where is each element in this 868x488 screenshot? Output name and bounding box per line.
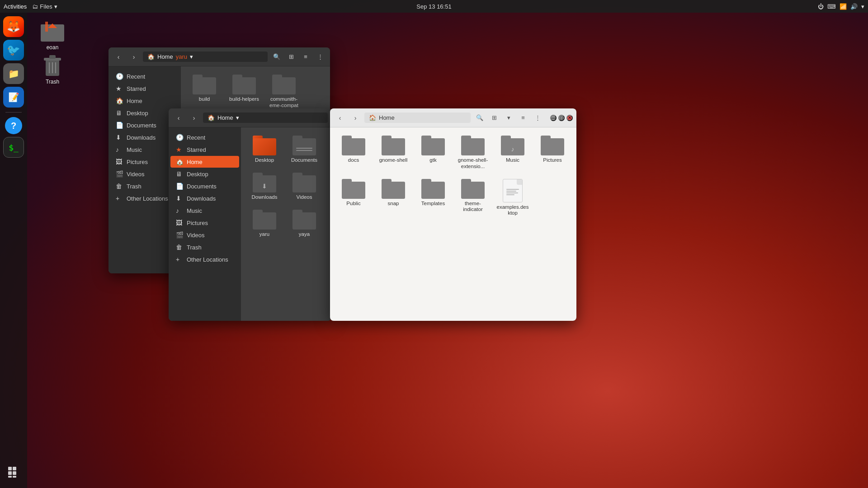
- folder-videos-2[interactable]: Videos: [286, 170, 322, 203]
- fm2-location-bar[interactable]: 🏠 Home ▾: [203, 113, 328, 123]
- fm1-search-button[interactable]: 🔍: [270, 51, 283, 63]
- folder-build[interactable]: build: [186, 72, 222, 112]
- folder-documents-2[interactable]: Documents: [286, 133, 322, 166]
- folder-yaru-label-2: yaru: [259, 231, 269, 238]
- fm1-location-text: Home: [157, 53, 173, 60]
- fm2-back-button[interactable]: ‹: [172, 112, 185, 124]
- fm2-sidebar-other[interactable]: + Other Locations: [170, 253, 239, 265]
- other-icon2: +: [176, 256, 183, 263]
- folder-yaya-icon-2: [292, 210, 316, 230]
- fm2-sidebar-trash[interactable]: 🗑 Trash: [170, 241, 239, 253]
- fm1-view-grid-button[interactable]: ⊞: [285, 51, 297, 63]
- fm2-sidebar-desktop[interactable]: 🖥 Desktop: [170, 168, 239, 180]
- fm1-sidebar-recent[interactable]: 🕐 Recent: [110, 70, 179, 82]
- folder-documents-icon-2: [292, 136, 316, 155]
- volume-icon[interactable]: 🔊: [850, 3, 858, 10]
- folder-desktop-2[interactable]: Desktop: [246, 133, 283, 166]
- svg-rect-2: [8, 471, 12, 475]
- files-manager-icon: 📁: [8, 68, 19, 79]
- system-menu[interactable]: ▾: [861, 3, 864, 10]
- dock-apps-grid[interactable]: [3, 462, 24, 483]
- fm2-videos-label: Videos: [187, 232, 205, 239]
- dock-firefox[interactable]: 🦊: [3, 16, 24, 37]
- folder-yaru-2[interactable]: yaru: [246, 207, 283, 240]
- fm3-view-list-button[interactable]: ≡: [517, 112, 529, 124]
- folder-docs-3[interactable]: docs: [335, 133, 372, 173]
- fm3-forward-button[interactable]: ›: [349, 112, 362, 124]
- folder-build-icon: [193, 75, 216, 94]
- folder-public-3[interactable]: Public: [335, 176, 372, 220]
- libreoffice-icon: 📝: [8, 92, 19, 103]
- fm3-maximize-button[interactable]: □: [558, 115, 565, 121]
- fm3-location-text: Home: [379, 114, 395, 121]
- home-icon: 🏠: [116, 97, 123, 104]
- folder-communitheme[interactable]: communith­eme-compat: [266, 72, 302, 112]
- fm1-view-list-button[interactable]: ≡: [299, 51, 312, 63]
- files-menu[interactable]: 🗂 Files ▾: [32, 3, 57, 10]
- fm3-view-toggle-button[interactable]: ▾: [502, 112, 515, 124]
- folder-build-label: build: [199, 96, 210, 103]
- fm2-toolbar: ‹ › 🏠 Home ▾: [169, 108, 331, 127]
- folder-gtk-label-3: gtk: [429, 157, 436, 164]
- power-icon[interactable]: ⏻: [818, 3, 824, 10]
- fm1-sidebar-home[interactable]: 🏠 Home: [110, 95, 179, 107]
- fm2-sidebar-starred[interactable]: ★ Starred: [170, 144, 239, 155]
- fm2-sidebar-documents[interactable]: 📄 Documents: [170, 180, 239, 192]
- other-locations-icon: +: [116, 195, 123, 202]
- trash-icon2: 🗑: [176, 244, 183, 251]
- trash-icon-s: 🗑: [116, 183, 123, 190]
- dock-libreoffice[interactable]: 📝: [3, 87, 24, 108]
- fm1-menu-button[interactable]: ⋮: [314, 51, 326, 63]
- desktop-trash[interactable]: Trash: [36, 53, 69, 85]
- folder-gnome-shell-3[interactable]: gnome-shell: [375, 133, 411, 173]
- svg-rect-12: [49, 55, 56, 59]
- fm2-sidebar-recent[interactable]: 🕐 Recent: [170, 131, 239, 143]
- folder-downloads-2[interactable]: ⬇ Downloads: [246, 170, 283, 203]
- dock-help[interactable]: ?: [5, 117, 22, 134]
- file-examples-desktop-3[interactable]: examples.desktop: [495, 176, 531, 220]
- folder-gnome-shell-icon-3: [382, 136, 405, 155]
- fm3-menu-button[interactable]: ⋮: [531, 112, 544, 124]
- desktop-eoan[interactable]: eoan: [36, 19, 69, 51]
- keyboard-icon: ⌨: [827, 3, 836, 10]
- fm2-sidebar-home[interactable]: 🏠 Home: [170, 156, 239, 168]
- dock-files[interactable]: 📁: [3, 63, 24, 84]
- fm3-location-bar[interactable]: 🏠 Home: [364, 113, 471, 123]
- eoan-label: eoan: [47, 44, 59, 51]
- fm3-view-grid-button[interactable]: ⊞: [488, 112, 500, 124]
- recent-icon: 🕐: [116, 73, 123, 80]
- svg-rect-8: [45, 22, 48, 32]
- fm1-forward-button[interactable]: ›: [127, 51, 140, 63]
- svg-rect-4: [8, 476, 12, 478]
- fm3-back-button[interactable]: ‹: [334, 112, 346, 124]
- fm1-location-bar[interactable]: 🏠 Home yaru ▾: [143, 52, 268, 62]
- fm2-sidebar-videos[interactable]: 🎬 Videos: [170, 229, 239, 241]
- desktop-icon-s: 🖥: [116, 109, 123, 117]
- fm2-sidebar-downloads[interactable]: ⬇ Downloads: [170, 192, 239, 204]
- folder-gnome-shell-ext-3[interactable]: gnome-shell-extensio...: [455, 133, 491, 173]
- folder-pictures-3[interactable]: Pictures: [534, 133, 571, 173]
- activities-button[interactable]: Activities: [4, 3, 27, 10]
- folder-templates-3[interactable]: Templates: [415, 176, 451, 220]
- fm1-videos-label: Videos: [127, 171, 145, 178]
- fm2-sidebar-pictures[interactable]: 🖼 Pictures: [170, 217, 239, 229]
- folder-snap-icon-3: [382, 179, 405, 199]
- fm2-sidebar-music[interactable]: ♪ Music: [170, 205, 239, 216]
- folder-gtk-icon-3: [421, 136, 445, 155]
- folder-yaya-2[interactable]: yaya: [286, 207, 322, 240]
- folder-theme-indicator-3[interactable]: theme-indicator: [455, 176, 491, 220]
- folder-gtk-3[interactable]: gtk: [415, 133, 451, 173]
- folder-snap-3[interactable]: snap: [375, 176, 411, 220]
- folder-build-helpers[interactable]: build-helpers: [226, 72, 262, 112]
- fm1-back-button[interactable]: ‹: [112, 51, 125, 63]
- fm3-minimize-button[interactable]: —: [550, 115, 557, 121]
- fm1-sidebar-starred[interactable]: ★ Starred: [110, 83, 179, 94]
- folder-music-3[interactable]: ♪ Music: [495, 133, 531, 173]
- dock-terminal[interactable]: $_: [3, 137, 24, 158]
- fm2-forward-button[interactable]: ›: [188, 112, 200, 124]
- folder-pictures-label-3: Pictures: [543, 157, 562, 164]
- fm3-close-button[interactable]: ✕: [566, 115, 573, 121]
- fm3-search-button[interactable]: 🔍: [473, 112, 486, 124]
- dock-thunderbird[interactable]: 🐦: [3, 40, 24, 61]
- dock: 🦊 🐦 📁 📝 ? $_: [0, 13, 27, 488]
